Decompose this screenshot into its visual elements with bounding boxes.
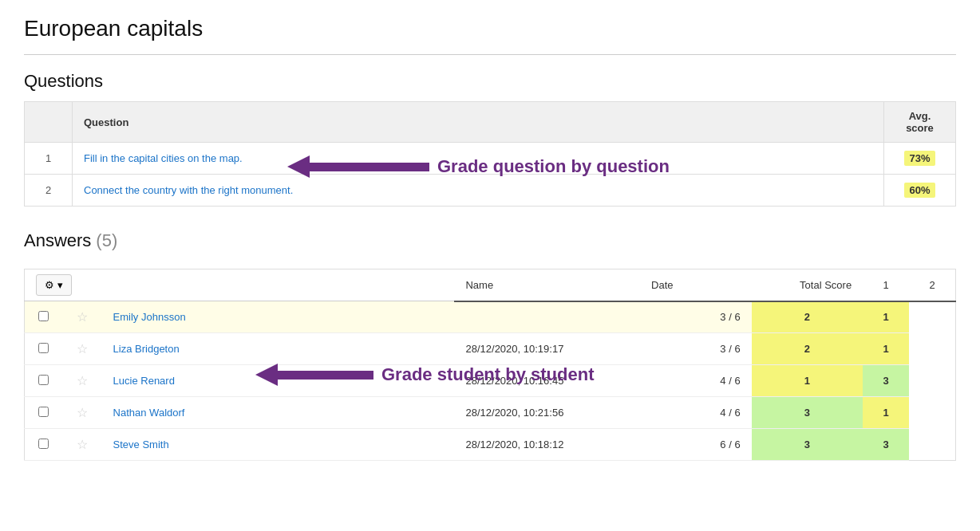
questions-col-num xyxy=(25,102,73,143)
student-q2-2: 1 xyxy=(863,333,909,365)
student-q1-2: 2 xyxy=(752,333,863,365)
student-name-1[interactable]: Emily Johnsson xyxy=(102,301,455,333)
questions-col-avg: Avg.score xyxy=(884,102,956,143)
student-name-2[interactable]: Liza Bridgeton xyxy=(102,333,455,365)
star-icon-3[interactable]: ☆ xyxy=(77,374,88,387)
student-name-5[interactable]: Steve Smith xyxy=(102,429,455,461)
question-text-1[interactable]: Fill in the capital cities on the map. xyxy=(73,143,884,175)
table-row: ☆ Lucie Renard 28/12/2020, 10:16:45 4 / … xyxy=(25,365,956,397)
student-q1-3: 1 xyxy=(752,365,863,397)
star-icon-5[interactable]: ☆ xyxy=(77,438,88,451)
row-star-4[interactable]: ☆ xyxy=(63,397,102,429)
table-row: 1 Fill in the capital cities on the map.… xyxy=(25,143,956,175)
question-avg-2: 60% xyxy=(884,175,956,206)
question-num-2: 2 xyxy=(25,175,73,206)
student-link-1[interactable]: Emily Johnsson xyxy=(113,311,186,323)
checkbox-3[interactable] xyxy=(38,375,49,385)
table-row: ☆ Emily Johnsson 3 / 6 2 1 xyxy=(25,301,956,333)
gear-cell: ⚙ ▾ xyxy=(25,269,455,301)
student-link-5[interactable]: Steve Smith xyxy=(113,439,169,450)
student-date-5: 28/12/2020, 10:18:12 xyxy=(454,429,640,461)
student-link-4[interactable]: Nathan Waldorf xyxy=(113,407,185,419)
answers-section-title: Answers xyxy=(24,230,91,251)
questions-col-question: Question xyxy=(73,102,884,143)
questions-section-title: Questions xyxy=(24,71,956,92)
checkbox-5[interactable] xyxy=(38,439,49,449)
student-total-5: 6 / 6 xyxy=(640,429,752,461)
table-row: ☆ Nathan Waldorf 28/12/2020, 10:21:56 4 … xyxy=(25,397,956,429)
student-q2-3: 3 xyxy=(863,365,909,397)
student-q1-4: 3 xyxy=(752,397,863,429)
student-date-2: 28/12/2020, 10:19:17 xyxy=(454,333,640,365)
student-link-3[interactable]: Lucie Renard xyxy=(113,375,175,387)
answers-table: ⚙ ▾ Name Date Total Score 1 2 ☆ Emily Jo… xyxy=(24,269,956,461)
col-total-header: Total Score xyxy=(752,269,863,301)
question-text-2[interactable]: Connect the country with the right monum… xyxy=(73,175,884,206)
col-q2-header: 2 xyxy=(909,269,955,301)
row-star-1[interactable]: ☆ xyxy=(63,301,102,333)
table-row: 2 Connect the country with the right mon… xyxy=(25,175,956,206)
student-total-4: 4 / 6 xyxy=(640,397,752,429)
row-star-2[interactable]: ☆ xyxy=(63,333,102,365)
student-total-1: 3 / 6 xyxy=(640,301,752,333)
row-checkbox-5[interactable] xyxy=(25,429,63,461)
student-date-4: 28/12/2020, 10:21:56 xyxy=(454,397,640,429)
gear-icon: ⚙ xyxy=(45,279,54,291)
table-row: ☆ Steve Smith 28/12/2020, 10:18:12 6 / 6… xyxy=(25,429,956,461)
star-icon-2[interactable]: ☆ xyxy=(77,342,88,356)
student-date-1 xyxy=(454,301,640,333)
answers-count: (5) xyxy=(96,230,117,251)
question-avg-1: 73% xyxy=(884,143,956,175)
table-row: ☆ Liza Bridgeton 28/12/2020, 10:19:17 3 … xyxy=(25,333,956,365)
row-star-5[interactable]: ☆ xyxy=(63,429,102,461)
star-icon-4[interactable]: ☆ xyxy=(77,406,88,419)
student-link-2[interactable]: Liza Bridgeton xyxy=(113,343,180,355)
row-checkbox-2[interactable] xyxy=(25,333,63,365)
student-date-3: 28/12/2020, 10:16:45 xyxy=(454,365,640,397)
student-name-4[interactable]: Nathan Waldorf xyxy=(102,397,455,429)
col-name-header: Name xyxy=(454,269,640,301)
gear-button[interactable]: ⚙ ▾ xyxy=(36,274,72,296)
checkbox-1[interactable] xyxy=(38,311,49,321)
row-checkbox-4[interactable] xyxy=(25,397,63,429)
student-q1-1: 2 xyxy=(752,301,863,333)
student-total-3: 4 / 6 xyxy=(640,365,752,397)
student-q2-4: 1 xyxy=(863,397,909,429)
checkbox-2[interactable] xyxy=(38,343,49,353)
col-q1-header: 1 xyxy=(863,269,909,301)
gear-dropdown-icon: ▾ xyxy=(57,279,63,291)
student-q2-1: 1 xyxy=(863,301,909,333)
col-date-header: Date xyxy=(640,269,752,301)
student-name-3[interactable]: Lucie Renard xyxy=(102,365,455,397)
page-title: European capitals xyxy=(24,16,956,41)
row-checkbox-3[interactable] xyxy=(25,365,63,397)
student-q2-5: 3 xyxy=(863,429,909,461)
answers-toolbar-row: ⚙ ▾ Name Date Total Score 1 2 xyxy=(25,269,956,301)
row-star-3[interactable]: ☆ xyxy=(63,365,102,397)
student-q1-5: 3 xyxy=(752,429,863,461)
question-num-1: 1 xyxy=(25,143,73,175)
student-total-2: 3 / 6 xyxy=(640,333,752,365)
row-checkbox-1[interactable] xyxy=(25,301,63,333)
questions-table: Question Avg.score 1 Fill in the capital… xyxy=(24,101,956,206)
star-icon-1[interactable]: ☆ xyxy=(77,310,88,324)
checkbox-4[interactable] xyxy=(38,407,49,417)
